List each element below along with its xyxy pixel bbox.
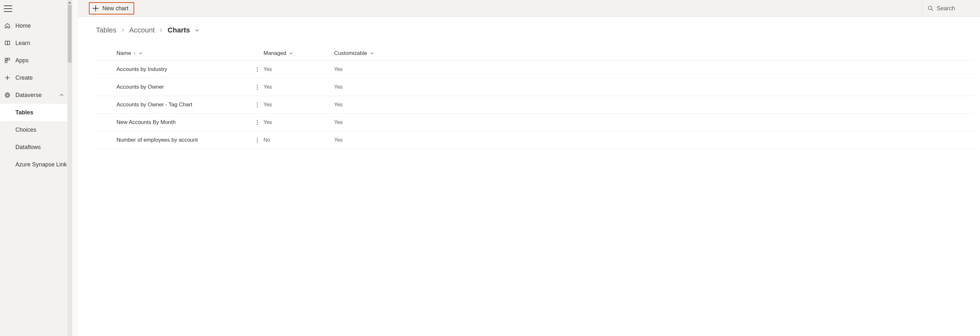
table-row[interactable]: Accounts by IndustryYesYes	[96, 61, 975, 78]
charts-grid: Name ↑ Managed Customizable	[96, 46, 975, 149]
chevron-down-icon	[370, 51, 374, 56]
chevron-down-icon[interactable]	[194, 28, 200, 33]
main: New chart Search Tables Account	[78, 0, 980, 336]
sidebar-item-label: Home	[16, 22, 31, 29]
search-placeholder: Search	[937, 5, 955, 12]
cell-name[interactable]: Accounts by Owner	[116, 84, 251, 90]
cell-managed: Yes	[264, 102, 334, 108]
chevron-down-icon	[289, 51, 293, 56]
more-actions-icon[interactable]	[254, 119, 260, 126]
hamburger-row	[0, 0, 67, 17]
svg-rect-2	[5, 61, 7, 63]
sidebar-item-label: Apps	[16, 57, 29, 64]
chevron-up-icon	[59, 92, 64, 98]
sidebar-subitem-label: Tables	[16, 109, 33, 116]
table-row[interactable]: Accounts by OwnerYesYes	[96, 78, 975, 96]
sidebar-item-dataverse[interactable]: Dataverse	[0, 86, 67, 104]
cell-managed: Yes	[264, 84, 334, 90]
new-chart-label: New chart	[102, 5, 129, 12]
cell-customizable: Yes	[334, 119, 405, 125]
cell-customizable: Yes	[334, 67, 405, 72]
sidebar-subitem-label: Dataflows	[16, 144, 41, 151]
more-actions-icon[interactable]	[254, 137, 260, 143]
sidebar-item-label: Create	[16, 75, 33, 81]
cell-name[interactable]: Number of employees by account	[116, 137, 251, 143]
new-chart-button[interactable]: New chart	[89, 2, 134, 14]
svg-rect-1	[8, 58, 10, 60]
content: Tables Account Charts Name	[78, 17, 980, 336]
column-header-customizable-label: Customizable	[334, 50, 367, 57]
cell-customizable: Yes	[334, 137, 405, 143]
breadcrumb-current: Charts	[167, 26, 190, 34]
sidebar-item-learn[interactable]: Learn	[0, 34, 67, 52]
app-root: Home Learn	[0, 0, 980, 336]
apps-icon	[4, 57, 11, 64]
sidebar-subitem-azure-synapse-link[interactable]: Azure Synapse Link	[0, 156, 67, 173]
plus-icon	[4, 74, 11, 81]
breadcrumb-tables[interactable]: Tables	[96, 26, 116, 34]
column-header-managed-label: Managed	[264, 50, 286, 57]
cell-name[interactable]: Accounts by Industry	[116, 66, 251, 73]
table-row[interactable]: Number of employees by accountNoYes	[96, 131, 975, 149]
breadcrumb: Tables Account Charts	[96, 26, 975, 34]
cell-actions	[251, 119, 264, 126]
sidebar-subitem-label: Choices	[16, 127, 36, 133]
cell-actions	[251, 84, 264, 90]
column-header-customizable[interactable]: Customizable	[334, 50, 405, 57]
sidebar-item-label: Learn	[16, 40, 30, 46]
svg-rect-0	[5, 58, 7, 60]
search-icon	[928, 5, 934, 11]
cell-actions	[251, 137, 264, 143]
home-icon	[4, 22, 11, 29]
more-actions-icon[interactable]	[254, 102, 260, 108]
sidebar: Home Learn	[0, 0, 72, 336]
cell-name[interactable]: New Accounts By Month	[116, 119, 251, 126]
svg-point-4	[928, 6, 932, 10]
cell-customizable: Yes	[334, 84, 405, 90]
table-row[interactable]: Accounts by Owner - Tag ChartYesYes	[96, 96, 975, 114]
cell-managed: No	[264, 137, 334, 143]
search-input[interactable]: Search	[922, 0, 980, 17]
cell-managed: Yes	[264, 119, 334, 125]
cell-actions	[251, 102, 264, 108]
sidebar-subitem-dataflows[interactable]: Dataflows	[0, 139, 67, 156]
grid-body: Accounts by IndustryYesYesAccounts by Ow…	[96, 61, 975, 149]
scroll-up-arrow-icon	[68, 1, 71, 3]
scroll-thumb[interactable]	[68, 5, 72, 63]
sidebar-divider	[72, 0, 78, 336]
chevron-right-icon	[121, 28, 125, 32]
chevron-right-icon	[159, 28, 163, 32]
more-actions-icon[interactable]	[254, 84, 260, 90]
sidebar-item-label: Dataverse	[16, 92, 54, 99]
sidebar-subitem-label: Azure Synapse Link	[16, 161, 67, 168]
sidebar-subitem-choices[interactable]: Choices	[0, 121, 67, 139]
plus-icon	[93, 5, 99, 11]
dataverse-icon	[4, 92, 11, 99]
cell-actions	[251, 66, 264, 73]
grid-header-row: Name ↑ Managed Customizable	[96, 46, 975, 61]
sidebar-subitem-tables[interactable]: Tables	[0, 104, 67, 121]
sidebar-item-home[interactable]: Home	[0, 17, 67, 34]
column-header-managed[interactable]: Managed	[264, 50, 334, 57]
command-bar: New chart Search	[78, 0, 980, 17]
more-actions-icon[interactable]	[254, 66, 260, 73]
hamburger-icon[interactable]	[4, 5, 12, 12]
breadcrumb-account[interactable]: Account	[129, 26, 155, 34]
sidebar-item-create[interactable]: Create	[0, 69, 67, 86]
sort-ascending-icon: ↑	[134, 51, 136, 56]
chevron-down-icon	[138, 51, 143, 56]
sidebar-inner: Home Learn	[0, 0, 72, 336]
cell-name[interactable]: Accounts by Owner - Tag Chart	[116, 102, 251, 108]
table-row[interactable]: New Accounts By MonthYesYes	[96, 114, 975, 131]
column-header-name-label: Name	[116, 50, 131, 57]
book-icon	[4, 40, 11, 46]
column-header-name[interactable]: Name ↑	[116, 50, 264, 57]
cell-managed: Yes	[264, 67, 334, 72]
sidebar-item-apps[interactable]: Apps	[0, 52, 67, 69]
cell-customizable: Yes	[334, 102, 405, 108]
sidebar-scrollbar[interactable]	[67, 0, 72, 336]
